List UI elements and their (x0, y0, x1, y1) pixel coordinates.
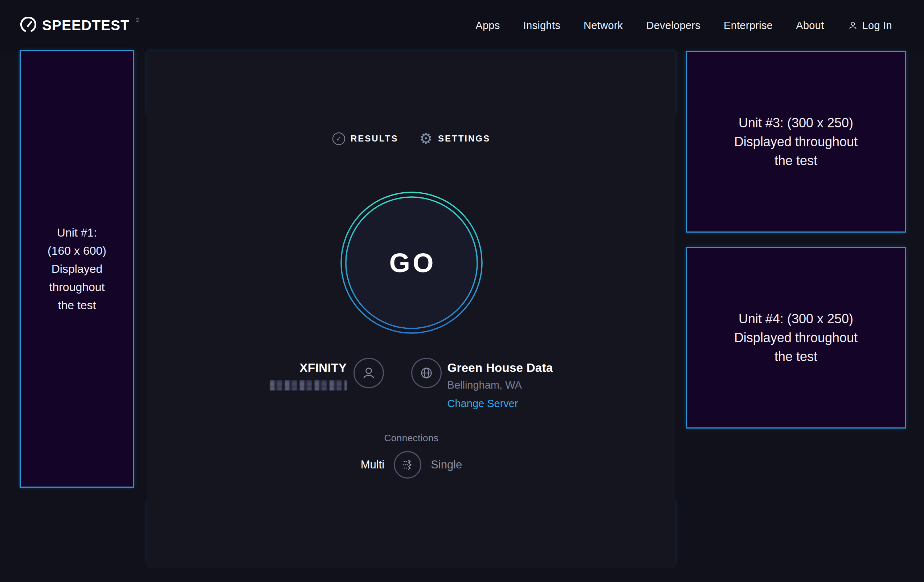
multi-connection-arrows-icon (399, 457, 416, 473)
connections-row: Multi Single (147, 451, 675, 478)
go-button-label: GO (340, 191, 483, 335)
ad-line: Unit #4: (300 x 250) (734, 310, 858, 328)
tab-settings[interactable]: ⚙ SETTINGS (419, 132, 490, 145)
ad-unit-4[interactable]: Unit #4: (300 x 250) Displayed throughou… (686, 247, 906, 429)
isp-name: XFINITY (270, 361, 347, 375)
login-label: Log In (862, 20, 892, 31)
ad-line: Displayed (48, 260, 106, 278)
login-button[interactable]: Log In (847, 20, 892, 31)
user-icon (847, 20, 858, 31)
speedtest-page: SPEEDTEST ® Apps Insights Network Develo… (0, 0, 924, 582)
ad-line: the test (734, 347, 858, 366)
ad-unit-1-text: Unit #1: (160 x 600) Displayed throughou… (48, 224, 106, 314)
server-location: Bellingham, WA (447, 379, 553, 391)
speed-test-panel: ✓ RESULTS ⚙ SETTINGS GO (147, 51, 675, 568)
go-button[interactable]: GO (340, 191, 483, 335)
nav-apps[interactable]: Apps (475, 20, 500, 31)
globe-circle-icon (411, 358, 442, 388)
globe-icon (418, 364, 435, 381)
ad-line: Unit #3: (300 x 250) (734, 114, 858, 132)
nav-network[interactable]: Network (584, 20, 623, 31)
ad-line: Unit #1: (48, 224, 106, 242)
change-server-link[interactable]: Change Server (447, 397, 518, 410)
logo-text: SPEEDTEST (42, 17, 130, 34)
connections-multi-option[interactable]: Multi (361, 458, 384, 472)
connections-label: Connections (147, 432, 675, 444)
ad-unit-4-text: Unit #4: (300 x 250) Displayed throughou… (734, 310, 858, 366)
connection-info-row: XFINITY Green House Data Bellingham (147, 358, 675, 410)
isp-detail-redacted (270, 380, 347, 391)
nav-enterprise[interactable]: Enterprise (724, 20, 773, 31)
speedtest-gauge-icon (20, 17, 37, 33)
top-nav-bar: SPEEDTEST ® Apps Insights Network Develo… (0, 0, 924, 51)
nav-insights[interactable]: Insights (523, 20, 560, 31)
isp-block: XFINITY (270, 358, 347, 392)
nav-developers[interactable]: Developers (646, 20, 700, 31)
ad-line: the test (48, 296, 106, 314)
ad-line: Displayed throughout (734, 328, 858, 347)
ad-unit-3[interactable]: Unit #3: (300 x 250) Displayed throughou… (686, 51, 906, 232)
settings-tab-label: SETTINGS (438, 134, 490, 144)
connections-control: Connections Multi Single (147, 432, 675, 478)
ad-unit-1[interactable]: Unit #1: (160 x 600) Displayed throughou… (20, 50, 134, 488)
tabs-row: ✓ RESULTS ⚙ SETTINGS (147, 132, 675, 145)
speedtest-logo[interactable]: SPEEDTEST ® (20, 17, 139, 34)
results-tab-label: RESULTS (351, 134, 398, 144)
ad-unit-3-text: Unit #3: (300 x 250) Displayed throughou… (734, 114, 858, 170)
nav-about[interactable]: About (796, 20, 824, 31)
logo-trademark: ® (136, 17, 139, 23)
server-block: Green House Data Bellingham, WA Change S… (447, 358, 553, 410)
connections-single-option[interactable]: Single (431, 458, 462, 472)
tab-results[interactable]: ✓ RESULTS (332, 132, 398, 145)
ad-line: the test (734, 151, 858, 170)
ad-line: throughout (48, 278, 106, 296)
ad-line: (160 x 600) (48, 242, 106, 260)
person-icon (361, 365, 377, 381)
user-circle-icon (353, 358, 384, 388)
primary-nav: Apps Insights Network Developers Enterpr… (475, 20, 892, 31)
ad-line: Displayed throughout (734, 132, 858, 151)
gear-icon: ⚙ (419, 132, 432, 145)
server-name: Green House Data (447, 361, 553, 375)
connections-toggle[interactable] (394, 451, 421, 478)
check-circle-icon: ✓ (332, 132, 345, 145)
